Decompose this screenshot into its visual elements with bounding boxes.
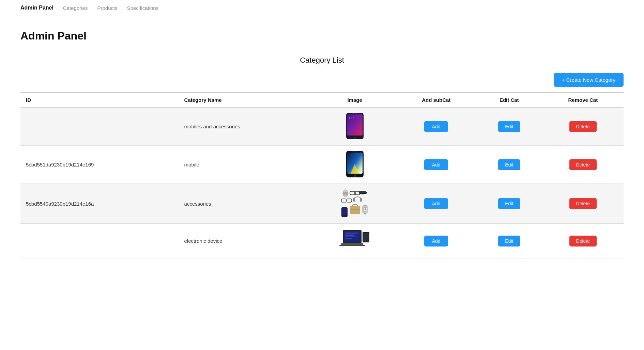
phone1-image: 8:16 [346,112,364,140]
cell-category-name: mobiles and accessories [179,107,313,146]
table-row: 5cbd5540a9230b19d214e16aaccessories [20,184,624,224]
svg-rect-40 [345,235,354,236]
add-subcat-button-1[interactable]: Add [424,159,448,170]
svg-rect-39 [345,233,358,234]
delete-cat-button-0[interactable]: Delete [569,121,597,132]
cell-image [313,184,397,224]
page-title: Admin Panel [20,30,624,42]
edit-cat-button-2[interactable]: Edit [498,198,520,209]
cell-add-subcat: Add [397,224,476,258]
table-row: 5cbd551da9230b19d214e169mobile [20,146,624,184]
cell-id: 5cbd5540a9230b19d214e16a [20,184,179,224]
top-bar: + Create New Category [20,73,624,87]
accessories-image [340,189,369,218]
svg-rect-34 [341,243,363,245]
cell-id [20,107,179,146]
phone2-image [346,150,364,178]
cell-edit-cat: Edit [476,107,542,146]
svg-rect-26 [364,213,366,214]
nav-brand[interactable]: Admin Panel [20,5,53,11]
cell-image [313,224,397,258]
page-content: Admin Panel Category List + Create New C… [0,16,644,272]
table-header-row: ID Category Name Image Add subCat Edit C… [20,93,624,107]
col-header-remove-cat: Remove Cat [542,93,624,107]
edit-cat-button-0[interactable]: Edit [498,121,520,132]
laptop-image [339,228,370,252]
svg-rect-41 [345,236,357,237]
add-subcat-button-0[interactable]: Add [424,121,448,132]
svg-rect-8 [352,152,357,152]
cell-remove-cat: Delete [542,146,624,184]
svg-text:8:16: 8:16 [349,117,354,120]
col-header-category-name: Category Name [179,93,313,107]
svg-rect-35 [339,245,365,246]
svg-rect-21 [360,198,362,202]
col-header-add-subcat: Add subCat [397,93,476,107]
svg-rect-3 [352,113,357,114]
cell-id: 5cbd551da9230b19d214e169 [20,146,179,184]
add-subcat-button-3[interactable]: Add [424,236,448,246]
nav-categories[interactable]: Categories [63,5,88,11]
cell-add-subcat: Add [397,107,476,146]
create-new-category-button[interactable]: + Create New Category [554,73,624,87]
nav-products[interactable]: Products [97,5,117,11]
svg-rect-18 [347,199,352,202]
edit-cat-button-3[interactable]: Edit [498,236,520,246]
nav-specifications[interactable]: Specifications [127,5,159,11]
cell-add-subcat: Add [397,146,476,184]
cell-category-name: mobile [179,146,313,184]
svg-rect-25 [364,205,366,206]
edit-cat-button-1[interactable]: Edit [498,159,520,170]
cell-edit-cat: Edit [476,184,542,224]
cell-image [313,146,397,184]
cell-edit-cat: Edit [476,146,542,184]
svg-rect-11 [343,192,348,195]
svg-rect-31 [342,208,347,215]
cell-add-subcat: Add [397,184,476,224]
svg-rect-12 [350,191,355,195]
cell-id [20,224,179,258]
navbar: Admin Panel Categories Products Specific… [0,0,644,16]
table-row: mobiles and accessories 8:16 AddEdit [20,107,624,146]
cell-remove-cat: Delete [542,184,624,224]
col-header-id: ID [20,93,179,107]
svg-rect-37 [363,233,369,241]
svg-rect-42 [345,238,352,239]
category-table: ID Category Name Image Add subCat Edit C… [20,92,624,258]
svg-rect-16 [360,191,366,193]
svg-point-2 [354,137,356,139]
cell-category-name: accessories [179,184,313,224]
delete-cat-button-1[interactable]: Delete [569,159,597,170]
delete-cat-button-3[interactable]: Delete [569,236,597,246]
svg-rect-17 [341,199,346,202]
svg-rect-20 [353,198,355,202]
col-header-edit-cat: Edit Cat [476,93,542,107]
add-subcat-button-2[interactable]: Add [424,198,448,209]
svg-point-7 [354,175,356,177]
cell-category-name: electronic device [179,224,313,258]
cell-remove-cat: Delete [542,107,624,146]
cell-remove-cat: Delete [542,224,624,258]
section-title: Category List [20,56,624,65]
svg-rect-38 [363,241,369,242]
col-header-image: Image [313,93,397,107]
cell-image: 8:16 [313,107,397,146]
cell-edit-cat: Edit [476,224,542,258]
delete-cat-button-2[interactable]: Delete [569,198,597,209]
table-row: electronic device [20,224,624,258]
